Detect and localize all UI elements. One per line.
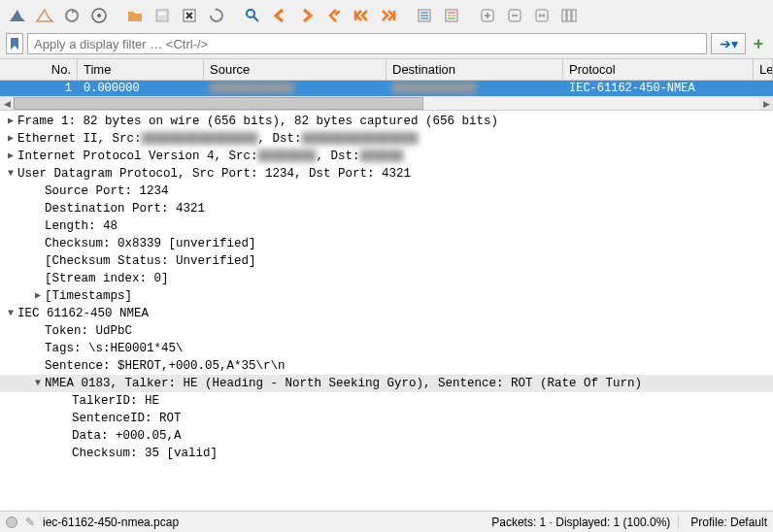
zoom-out-icon[interactable]: [503, 4, 526, 27]
tree-nmea-talker[interactable]: TalkerID: HE: [0, 392, 773, 410]
collapse-icon[interactable]: ▼: [4, 165, 17, 183]
column-protocol[interactable]: Protocol: [563, 59, 754, 80]
tree-iec-sentence[interactable]: Sentence: $HEROT,+000.05,A*35\r\n: [0, 357, 773, 375]
tree-udp-srcport[interactable]: Source Port: 1234: [0, 183, 773, 200]
tree-udp-dstport[interactable]: Destination Port: 4321: [0, 200, 773, 217]
svg-rect-13: [567, 10, 571, 21]
find-icon[interactable]: [241, 4, 264, 27]
prev-packet-icon[interactable]: [268, 4, 291, 27]
status-stats: Packets: 1 · Displayed: 1 (100.0%): [491, 515, 670, 529]
tree-iec[interactable]: ▼IEC 61162-450 NMEA: [0, 305, 773, 322]
expand-icon[interactable]: ▶: [31, 287, 45, 305]
statusbar: ✎ iec-61162-450-nmea.pcap Packets: 1 · D…: [0, 511, 773, 532]
edit-icon[interactable]: ✎: [25, 515, 35, 529]
svg-point-2: [97, 14, 101, 17]
save-file-icon[interactable]: [151, 4, 174, 27]
tree-ethernet[interactable]: ▶Ethernet II, Src: ████████████████, Dst…: [0, 130, 773, 148]
svg-rect-12: [562, 10, 566, 21]
apply-filter-button[interactable]: ➔▾: [711, 33, 746, 54]
options-icon[interactable]: [87, 4, 111, 27]
tree-udp-stream[interactable]: [Stream index: 0]: [0, 270, 773, 287]
colorize-icon[interactable]: [440, 4, 463, 27]
shark-fin-icon[interactable]: [6, 4, 29, 27]
collapse-icon[interactable]: ▼: [31, 375, 45, 392]
close-file-icon[interactable]: [178, 4, 201, 27]
restart-capture-icon[interactable]: [60, 4, 84, 27]
autoscroll-icon[interactable]: [413, 4, 436, 27]
status-profile[interactable]: Profile: Default: [678, 515, 767, 529]
expand-icon[interactable]: ▶: [4, 148, 17, 165]
add-filter-button[interactable]: +: [750, 33, 767, 54]
tree-udp-timestamps[interactable]: ▶[Timestamps]: [0, 287, 773, 305]
tree-udp[interactable]: ▼User Datagram Protocol, Src Port: 1234,…: [0, 165, 773, 183]
column-length[interactable]: Leı: [754, 59, 773, 80]
packet-list-pane: No. Time Source Destination Protocol Leı…: [0, 58, 773, 110]
scroll-right-icon[interactable]: ▶: [759, 97, 773, 110]
zoom-in-icon[interactable]: [476, 4, 499, 27]
status-file: iec-61162-450-nmea.pcap: [43, 515, 484, 529]
expand-icon[interactable]: ▶: [4, 130, 17, 148]
bookmark-icon[interactable]: [6, 33, 23, 54]
column-time[interactable]: Time: [78, 59, 204, 80]
open-file-icon[interactable]: [123, 4, 147, 27]
tree-udp-length[interactable]: Length: 48: [0, 217, 773, 235]
scroll-left-icon[interactable]: ◀: [0, 97, 14, 110]
collapse-icon[interactable]: ▼: [4, 305, 17, 322]
expert-info-icon[interactable]: [6, 516, 17, 528]
svg-rect-4: [158, 12, 166, 16]
zoom-reset-icon[interactable]: [530, 4, 554, 27]
column-no[interactable]: No.: [0, 59, 78, 80]
tree-nmea-data[interactable]: Data: +000.05,A: [0, 427, 773, 445]
svg-rect-14: [572, 10, 576, 21]
packet-details-pane[interactable]: ▶Frame 1: 82 bytes on wire (656 bits), 8…: [0, 110, 773, 511]
packet-row[interactable]: 1 0.000000 ████████████ ████████████ IEC…: [0, 81, 773, 96]
tree-udp-checksum[interactable]: Checksum: 0x8339 [unverified]: [0, 235, 773, 252]
main-toolbar: [0, 0, 773, 31]
packet-list-hscroll[interactable]: ◀ ▶: [0, 96, 773, 110]
reload-icon[interactable]: [205, 4, 228, 27]
packet-list-header: No. Time Source Destination Protocol Leı: [0, 59, 773, 81]
resize-columns-icon[interactable]: [557, 4, 581, 27]
last-packet-icon[interactable]: [377, 4, 400, 27]
tree-nmea-checksum[interactable]: Checksum: 35 [valid]: [0, 445, 773, 462]
column-source[interactable]: Source: [204, 59, 386, 80]
expand-icon[interactable]: ▶: [4, 113, 17, 130]
tree-frame[interactable]: ▶Frame 1: 82 bytes on wire (656 bits), 8…: [0, 113, 773, 130]
filter-bar: ➔▾ +: [0, 31, 773, 58]
stop-capture-icon[interactable]: [33, 4, 56, 27]
svg-point-6: [247, 10, 254, 17]
tree-udp-checksum-status[interactable]: [Checksum Status: Unverified]: [0, 252, 773, 270]
next-packet-icon[interactable]: [295, 4, 319, 27]
tree-iec-tags[interactable]: Tags: \s:HE0001*45\: [0, 340, 773, 357]
tree-nmea-sentenceid[interactable]: SentenceID: ROT: [0, 410, 773, 427]
tree-nmea[interactable]: ▼NMEA 0183, Talker: HE (Heading - North …: [0, 375, 773, 392]
jump-back-icon[interactable]: [322, 4, 346, 27]
first-packet-icon[interactable]: [350, 4, 373, 27]
tree-iec-token[interactable]: Token: UdPbC: [0, 322, 773, 340]
display-filter-input[interactable]: [27, 33, 707, 54]
tree-ip[interactable]: ▶Internet Protocol Version 4, Src: █████…: [0, 148, 773, 165]
column-destination[interactable]: Destination: [386, 59, 563, 80]
